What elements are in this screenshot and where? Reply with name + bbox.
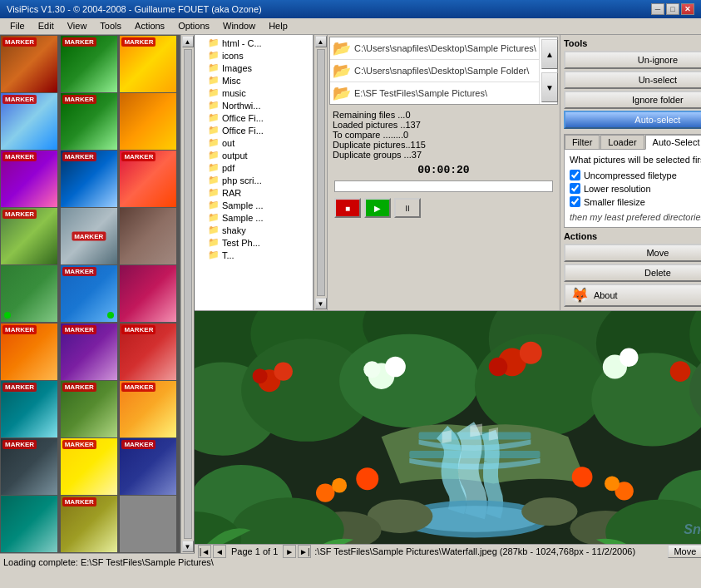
list-item[interactable]: MARKER xyxy=(120,324,176,380)
folder-item-rar[interactable]: 📁 RAR xyxy=(205,186,313,199)
path-row-3: 📂 E:\SF TestFiles\Sample Pictures\ xyxy=(330,82,539,104)
marker-label: MARKER xyxy=(2,383,37,392)
folder-icon: 📁 xyxy=(208,200,220,210)
unselect-button[interactable]: Un-select xyxy=(564,71,701,89)
maximize-button[interactable]: □ xyxy=(666,3,679,15)
folder-item-out[interactable]: 📁 out xyxy=(205,136,313,149)
marker-label: MARKER xyxy=(62,383,96,392)
statusbar-move-button[interactable]: Move xyxy=(668,545,701,558)
page-prev-button[interactable]: ◄ xyxy=(213,545,226,558)
menu-tools[interactable]: Tools xyxy=(93,20,128,32)
folder-item-output[interactable]: 📁 output xyxy=(205,149,313,161)
play-button[interactable]: ▶ xyxy=(364,198,391,218)
list-item[interactable] xyxy=(120,93,176,150)
checkbox-smaller-file-input[interactable] xyxy=(570,196,580,207)
folder-icon: 📁 xyxy=(208,187,220,198)
list-item[interactable]: MARKER xyxy=(120,438,176,495)
checkbox-uncompressed-input[interactable] xyxy=(570,170,580,180)
folder-item-t[interactable]: 📁 T... xyxy=(205,249,313,261)
menu-options[interactable]: Options xyxy=(171,20,216,32)
unignore-button[interactable]: Un-ignore xyxy=(564,51,701,69)
list-item[interactable]: MARKER xyxy=(1,438,57,495)
tab-loader[interactable]: Loader xyxy=(600,135,644,149)
stat-remaining: Remaining files ...0 xyxy=(333,110,555,120)
stat-groups: Duplicate groups ...37 xyxy=(333,150,555,160)
list-item[interactable]: MARKER xyxy=(120,36,176,92)
list-item[interactable]: MARKER xyxy=(1,93,57,150)
list-item[interactable]: MARKER xyxy=(1,324,57,380)
folder-item-php[interactable]: 📁 php scri... xyxy=(205,174,313,186)
tab-autoselect[interactable]: Auto-Select xyxy=(645,135,701,150)
list-item[interactable] xyxy=(1,265,57,322)
delete-button[interactable]: Delete xyxy=(564,264,701,282)
page-next-button[interactable]: ► xyxy=(283,545,296,558)
menu-file[interactable]: File xyxy=(3,20,32,32)
pause-button[interactable]: ⏸ xyxy=(394,198,421,218)
tree-scroll-down[interactable]: ▼ xyxy=(315,298,327,309)
folder-item-office1[interactable]: 📁 Office Fi... xyxy=(205,111,313,124)
tree-scroll-up[interactable]: ▲ xyxy=(315,36,327,47)
list-item[interactable]: MARKER xyxy=(61,438,117,495)
folder-name: Sample ... xyxy=(222,213,264,223)
folder-item-testph[interactable]: 📁 Test Ph... xyxy=(205,236,313,249)
nav-down-button[interactable]: ▼ xyxy=(541,72,558,102)
menu-window[interactable]: Window xyxy=(216,20,262,32)
top-section: 📁 html - C... 📁 icons 📁 Images 📁 Misc xyxy=(195,35,701,311)
list-item[interactable]: MARKER xyxy=(61,151,117,207)
stop-icon: ■ xyxy=(345,204,350,213)
folder-item-pdf[interactable]: 📁 pdf xyxy=(205,161,313,174)
checkbox-lower-res-input[interactable] xyxy=(570,183,580,194)
list-item[interactable]: MARKER xyxy=(61,265,117,322)
folder-item-music[interactable]: 📁 music xyxy=(205,86,313,99)
about-button[interactable]: 🦊 About xyxy=(564,284,701,307)
folder-item-shaky[interactable]: 📁 shaky xyxy=(205,224,313,236)
minimize-button[interactable]: ─ xyxy=(651,3,664,15)
marker-label: MARKER xyxy=(121,383,156,392)
list-item[interactable]: MARKER xyxy=(61,496,117,552)
statusbar: |◄ ◄ Page 1 of 1 ► ►| :\SF TestFiles\Sam… xyxy=(195,544,701,558)
page-last-button[interactable]: ►| xyxy=(298,545,311,558)
auto-select-button[interactable]: Auto-select xyxy=(564,111,701,129)
list-item[interactable] xyxy=(120,265,176,322)
list-item[interactable] xyxy=(120,496,176,552)
menu-help[interactable]: Help xyxy=(262,20,294,32)
move-button[interactable]: Move xyxy=(564,244,701,262)
folder-item-html[interactable]: 📁 html - C... xyxy=(205,37,313,49)
list-item[interactable] xyxy=(1,496,57,552)
folder-item-northwi[interactable]: 📁 Northwi... xyxy=(205,99,313,111)
list-item[interactable]: MARKER xyxy=(1,151,57,207)
stop-button[interactable]: ■ xyxy=(334,198,361,218)
nav-up-button[interactable]: ▲ xyxy=(541,39,558,69)
list-item[interactable]: MARKER xyxy=(120,381,176,437)
folder-item-icons[interactable]: 📁 icons xyxy=(205,49,313,62)
list-item[interactable]: MARKER xyxy=(1,36,57,92)
folder-item-sample2[interactable]: 📁 Sample ... xyxy=(205,211,313,224)
scroll-up-button[interactable]: ▲ xyxy=(182,36,194,47)
list-item[interactable]: MARKER xyxy=(1,208,57,264)
folder-item-office2[interactable]: 📁 Office Fi... xyxy=(205,124,313,136)
folder-icon: 📁 xyxy=(208,112,220,123)
menu-edit[interactable]: Edit xyxy=(32,20,61,32)
marker-label: MARKER xyxy=(121,440,156,449)
menu-actions[interactable]: Actions xyxy=(128,20,171,32)
marker-label: MARKER xyxy=(62,497,96,506)
menu-view[interactable]: View xyxy=(61,20,94,32)
scroll-down-button[interactable]: ▼ xyxy=(182,541,194,552)
list-item[interactable]: MARKER xyxy=(61,93,117,150)
list-item[interactable] xyxy=(120,208,176,264)
folder-name: out xyxy=(222,138,234,148)
folder-item-sample1[interactable]: 📁 Sample ... xyxy=(205,199,313,211)
list-item[interactable]: MARKER xyxy=(61,381,117,437)
folder-icon: 📁 xyxy=(208,237,220,248)
folder-item-images[interactable]: 📁 Images xyxy=(205,62,313,74)
ignore-folder-button[interactable]: Ignore folder xyxy=(564,91,701,109)
list-item[interactable]: MARKER xyxy=(61,324,117,380)
folder-item-misc[interactable]: 📁 Misc xyxy=(205,74,313,86)
close-button[interactable]: ✕ xyxy=(681,3,694,15)
list-item[interactable]: MARKER xyxy=(1,381,57,437)
tab-filter[interactable]: Filter xyxy=(565,135,600,149)
list-item[interactable]: MARKER xyxy=(61,208,117,264)
list-item[interactable]: MARKER xyxy=(120,151,176,207)
titlebar-controls: ─ □ ✕ xyxy=(651,3,694,15)
list-item[interactable]: MARKER xyxy=(61,36,117,92)
